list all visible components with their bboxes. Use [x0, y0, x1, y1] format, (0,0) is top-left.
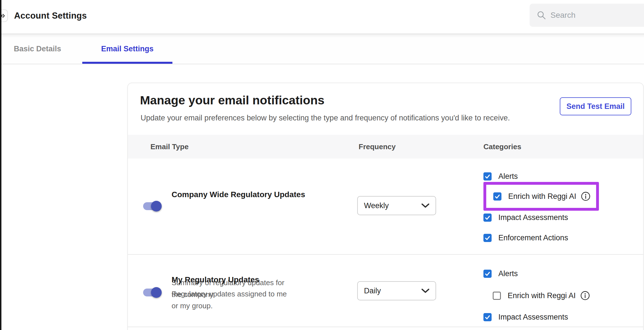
table-header-row: Email Type Frequency Categories: [128, 135, 644, 159]
category-label: Alerts: [498, 172, 518, 181]
card-title: Manage your email notifications: [140, 93, 325, 107]
table-row-my-updates: My Regulatory Updates Regulatory updates…: [128, 255, 644, 327]
row-title: My Regulatory Updates: [172, 275, 259, 284]
top-header: Account Settings Search: [0, 0, 644, 34]
alerts-checkbox[interactable]: [483, 270, 492, 278]
toggle-thumb: [151, 287, 162, 298]
categories-list: Alerts Enrich with Reggi AI: [483, 255, 641, 327]
card-subtitle: Update your email preferences below by s…: [141, 114, 510, 122]
category-impact-assessments: Impact Assessments: [483, 313, 568, 322]
info-icon[interactable]: [581, 192, 590, 201]
checkmark-icon: [484, 173, 491, 180]
category-label: Impact Assessments: [498, 213, 568, 222]
category-enforcement-actions: Enforcement Actions: [483, 233, 568, 242]
row-title: Company Wide Regulatory Updates: [172, 190, 305, 199]
info-icon[interactable]: [580, 291, 590, 300]
search-icon: [537, 11, 546, 20]
chevron-down-icon: [421, 203, 429, 208]
tab-basic-details[interactable]: Basic Details: [6, 34, 68, 64]
category-enrich-reggi: Enrich with Reggi AI: [493, 291, 590, 300]
search-input[interactable]: Search: [530, 4, 644, 27]
tab-email-settings-label: Email Settings: [101, 45, 154, 53]
header-divider: [0, 34, 644, 34]
category-impact-assessments: Impact Assessments: [483, 213, 568, 222]
enforcement-actions-checkbox[interactable]: [483, 234, 492, 242]
checkmark-icon: [484, 270, 491, 277]
header-shadow: [0, 34, 644, 38]
frequency-select-my-updates[interactable]: Daily: [357, 281, 436, 300]
tab-email-settings[interactable]: Email Settings: [82, 34, 172, 64]
sidebar-edge: [0, 0, 1, 330]
column-header-categories: Categories: [483, 135, 521, 159]
checkmark-icon: [484, 214, 491, 221]
active-tab-indicator: [82, 62, 172, 64]
category-label: Alerts: [498, 269, 518, 278]
checkmark-icon: [484, 314, 491, 320]
table-row-company-wide: Company Wide Regulatory Updates Summary …: [128, 159, 644, 255]
category-label: Impact Assessments: [498, 313, 568, 322]
category-label: Enrich with Reggi AI: [508, 291, 576, 300]
column-header-email-type: Email Type: [150, 135, 188, 159]
category-label: Enrich with Reggi AI: [508, 192, 576, 201]
enrich-reggi-checkbox[interactable]: [493, 192, 501, 201]
email-notifications-card: Manage your email notifications Update y…: [127, 83, 644, 330]
alerts-checkbox[interactable]: [483, 172, 492, 181]
column-header-frequency: Frequency: [359, 135, 396, 159]
frequency-select-company-wide[interactable]: Weekly: [357, 196, 436, 215]
highlight-annotation-box: Enrich with Reggi AI: [483, 182, 599, 211]
account-settings-page: Account Settings Search Basic Details: [0, 0, 644, 330]
tab-basic-details-label: Basic Details: [14, 45, 61, 53]
settings-tabbar: Basic Details Email Settings: [0, 34, 644, 64]
checkmark-icon: [484, 235, 491, 241]
category-alerts: Alerts: [483, 269, 518, 278]
impact-assessments-checkbox[interactable]: [483, 313, 492, 321]
frequency-value: Weekly: [364, 201, 421, 210]
frequency-value: Daily: [364, 287, 421, 295]
my-updates-toggle[interactable]: [143, 287, 163, 300]
chevron-down-icon: [421, 289, 429, 293]
categories-list: Alerts Enrich with Reggi AI: [483, 159, 641, 254]
category-label: Enforcement Actions: [498, 234, 568, 242]
toggle-thumb: [151, 201, 162, 212]
page-title: Account Settings: [14, 10, 87, 21]
send-test-email-label: Send Test Email: [567, 102, 625, 111]
row-description: Regulatory updates assigned to me or my …: [172, 288, 293, 312]
category-alerts: Alerts: [483, 172, 518, 181]
company-wide-toggle[interactable]: [143, 201, 163, 213]
send-test-email-button[interactable]: Send Test Email: [560, 97, 631, 115]
impact-assessments-checkbox[interactable]: [483, 214, 492, 222]
checkmark-icon: [494, 193, 501, 200]
enrich-reggi-checkbox[interactable]: [493, 292, 501, 300]
search-placeholder: Search: [550, 11, 576, 20]
